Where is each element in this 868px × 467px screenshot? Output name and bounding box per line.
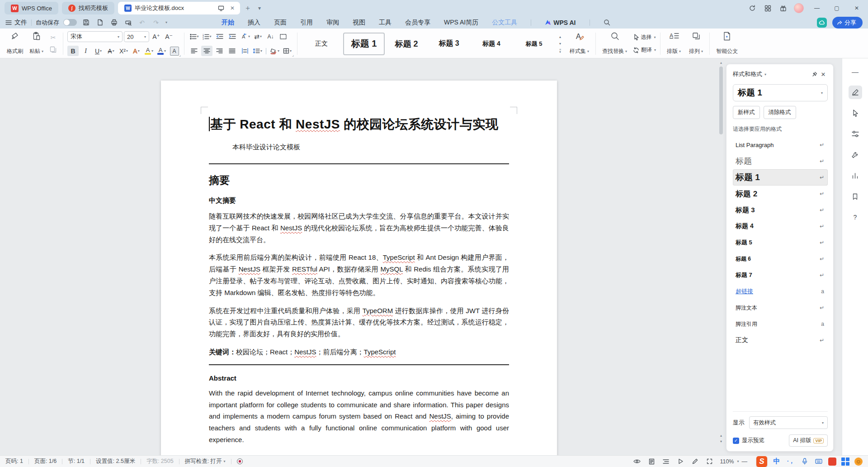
italic-button[interactable]: I [80, 46, 91, 56]
window-maximize-button[interactable]: ▢ [830, 3, 844, 14]
ime-emoji-icon[interactable]: ☺ [854, 457, 863, 466]
copy-icon[interactable] [47, 44, 59, 55]
style-item-heading5[interactable]: 标题 5↵ [733, 234, 828, 251]
font-dialog-launcher[interactable]: ⌟ [179, 52, 181, 57]
autosave-toggle[interactable] [63, 19, 77, 26]
arrange-button[interactable]: 排列▾ [686, 31, 706, 56]
grow-font-button[interactable]: A⁺ [151, 32, 162, 42]
page-border-button[interactable] [278, 31, 289, 42]
share-button[interactable]: 分享 [832, 17, 863, 29]
clear-format-button[interactable]: 清除格式 [764, 106, 796, 119]
collapse-panel-icon[interactable]: — [849, 65, 862, 78]
font-name-combo[interactable]: 宋体 ▾ [67, 31, 123, 42]
underline-button[interactable]: U▾ [93, 46, 104, 56]
ime-toolbox-icon[interactable] [841, 457, 849, 466]
cloud-docs-icon[interactable] [817, 18, 827, 28]
ime-language-mode[interactable]: 中 [772, 457, 781, 466]
select-button[interactable]: 选择▾ [632, 32, 657, 43]
styles-panel-caret-icon[interactable]: ▾ [764, 72, 766, 76]
ime-punctuation-mode[interactable]: ·， [786, 457, 795, 466]
shading-button[interactable]: ▾ [269, 46, 280, 56]
distribute-button[interactable] [239, 46, 250, 56]
macro-record-icon[interactable] [237, 458, 243, 464]
style-normal[interactable]: 正文 [301, 33, 342, 55]
align-center-button[interactable] [201, 46, 212, 56]
vertical-text-button[interactable]: A↓ [265, 31, 276, 42]
menu-view[interactable]: 视图 [353, 19, 365, 27]
document-title[interactable]: 基于 React 和 NestJS 的校园论坛系统设计与实现 [209, 116, 509, 133]
menu-insert[interactable]: 插入 [248, 19, 260, 27]
style-item-footnote-ref[interactable]: 脚注引用a [733, 316, 828, 332]
style-item-heading6[interactable]: 标题 6↵ [733, 251, 828, 267]
bookmark-icon[interactable] [849, 190, 862, 203]
tab-wps-home[interactable]: W WPS Office [5, 2, 58, 14]
abstract-en-heading[interactable]: Abstract [209, 374, 509, 382]
ime-microphone-icon[interactable] [800, 457, 809, 466]
paste-button[interactable]: 粘贴▾ [26, 31, 47, 56]
menu-page[interactable]: 页面 [274, 19, 287, 27]
tab-document[interactable]: W 毕业论文模板.docx ✕ [118, 2, 240, 14]
abstract-cn-heading[interactable]: 摘要 [209, 173, 509, 187]
align-left-button[interactable] [189, 46, 200, 56]
smart-doc-button[interactable]: ✦ 智能公文 [713, 31, 741, 56]
translate-button[interactable]: 翻译▾ [632, 45, 657, 55]
borders-button[interactable]: ▾ [282, 46, 293, 56]
en-paragraph-2[interactable]: The system adopts a front-end and back-e… [209, 452, 509, 455]
print-preview-icon[interactable] [123, 18, 133, 27]
style-item-title[interactable]: 标题↵ [733, 153, 828, 169]
font-size-combo[interactable]: 20 ▾ [124, 31, 149, 42]
style-heading1[interactable]: 标题 1 [343, 33, 385, 55]
align-right-button[interactable] [214, 46, 225, 56]
menu-wps-ai-resume[interactable]: WPS AI简历 [444, 19, 478, 27]
font-color-button[interactable]: A ▾ [156, 46, 167, 56]
gallery-down-icon[interactable]: ▾ [557, 41, 564, 47]
new-tab-icon[interactable]: ＋ [244, 4, 252, 12]
tab-docer-templates[interactable]: ʃ 找稻壳模板 [62, 2, 114, 14]
search-icon[interactable] [604, 19, 610, 26]
gallery-up-icon[interactable]: ▴ [557, 34, 564, 40]
menu-member[interactable]: 会员专享 [405, 19, 430, 27]
undo-icon[interactable]: ↶ [137, 18, 147, 27]
window-minimize-button[interactable]: — [810, 3, 824, 14]
zoom-caret-icon[interactable]: ▾ [737, 459, 739, 463]
style-item-heading1[interactable]: 标题 1↵ [733, 169, 828, 186]
line-spacing-button[interactable]: ▾ [252, 46, 263, 56]
show-styles-select[interactable]: 有效样式 ▾ [749, 416, 828, 429]
increase-indent-button[interactable] [226, 31, 238, 42]
gift-icon[interactable] [778, 4, 788, 13]
close-tab-icon[interactable]: ✕ [228, 4, 236, 12]
eye-protect-icon[interactable] [633, 457, 641, 466]
style-item-body[interactable]: 正文↵ [733, 332, 828, 348]
select-cursor-icon[interactable] [849, 106, 862, 120]
status-margin-setting[interactable]: 设置值: 2.5厘米 [96, 457, 135, 465]
sogou-logo-icon[interactable]: S [756, 456, 767, 467]
menu-tools[interactable]: 工具 [379, 19, 392, 27]
bold-button[interactable]: B [67, 46, 79, 56]
previous-page-icon[interactable]: ▴ [720, 434, 722, 438]
next-page-icon[interactable]: ▾ [720, 439, 722, 443]
redo-icon[interactable]: ↷ [151, 18, 161, 27]
current-style-combo[interactable]: 标题 1 ▾ [733, 84, 828, 101]
file-menu[interactable]: 文件 [5, 19, 27, 27]
style-item-list-paragraph[interactable]: List Paragraph↵ [733, 137, 828, 153]
cn-paragraph-1[interactable]: 随着互联网技术的快速发展，校园网络社区已成为大学生交流、分享信息的重要平台。本文… [209, 210, 509, 245]
menu-review[interactable]: 审阅 [326, 19, 339, 27]
outline-view-icon[interactable] [662, 457, 670, 466]
save-icon[interactable] [81, 18, 91, 27]
menu-reference[interactable]: 引用 [300, 19, 313, 27]
numbered-list-button[interactable]: 123 ▾ [201, 31, 212, 42]
document-subtitle[interactable]: 本科毕业设计论文模板 [232, 143, 509, 152]
decrease-indent-button[interactable] [214, 31, 225, 42]
style-item-heading4[interactable]: 标题 4↵ [733, 218, 828, 234]
properties-sliders-icon[interactable] [849, 127, 862, 141]
gallery-more-icon[interactable]: ≡▾ [557, 48, 564, 54]
fullscreen-icon[interactable] [705, 457, 713, 466]
help-icon[interactable]: ? [849, 210, 862, 224]
ai-typeset-button[interactable]: AI 排版 VIP [789, 434, 828, 447]
edit-mode-icon[interactable] [691, 457, 699, 466]
ime-keyboard-icon[interactable] [814, 457, 823, 466]
text-direction-ltr-button[interactable]: ⇄▾ [252, 31, 264, 42]
style-item-heading3[interactable]: 标题 3↵ [733, 202, 828, 218]
justify-button[interactable] [226, 46, 238, 56]
style-heading5[interactable]: 标题 5 [513, 33, 555, 55]
